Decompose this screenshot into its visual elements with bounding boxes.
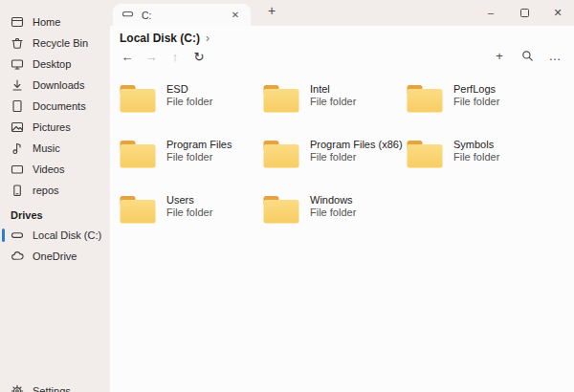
sidebar-item-label: Music: [33, 142, 60, 154]
sidebar-item-label: repos: [33, 185, 59, 196]
folder-item-program-files[interactable]: Program FilesFile folder: [120, 140, 263, 168]
close-tab-icon[interactable]: ✕: [229, 10, 242, 20]
folder-icon: [407, 140, 443, 168]
refresh-button[interactable]: ↻: [191, 49, 207, 64]
desktop-icon: [11, 57, 24, 71]
pictures-icon: [11, 120, 24, 134]
tab-local-disk-c[interactable]: C: ✕: [113, 4, 251, 26]
folder-item-program-files-x86[interactable]: Program Files (x86)File folder: [263, 140, 407, 168]
breadcrumb-location[interactable]: Local Disk (C:): [120, 32, 200, 45]
folder-icon: [263, 195, 299, 224]
document-icon: [11, 99, 24, 113]
titlebar[interactable]: C: ✕ + – ✕: [110, 0, 574, 26]
sidebar-item-label: Home: [33, 16, 60, 28]
minimize-button[interactable]: –: [484, 4, 497, 21]
folder-type: File folder: [453, 96, 499, 108]
download-icon: [11, 78, 24, 92]
cloud-icon: [11, 250, 24, 263]
folder-type: File folder: [310, 207, 356, 219]
folder-icon: [263, 140, 299, 168]
folder-type: File folder: [310, 151, 403, 163]
chevron-right-icon[interactable]: ›: [206, 32, 210, 45]
sidebar-item-label: Recycle Bin: [33, 37, 88, 49]
sidebar-item-label: Pictures: [33, 121, 71, 133]
folder-type: File folder: [310, 96, 356, 108]
folder-grid: ESDFile folder IntelFile folder PerfLogs…: [120, 84, 550, 224]
sidebar-item-label: OneDrive: [33, 250, 77, 262]
folder-name: Program Files: [166, 139, 232, 151]
home-icon: [11, 15, 24, 29]
folder-item-users[interactable]: UsersFile folder: [120, 195, 263, 224]
folder-name: ESD: [166, 83, 212, 96]
folder-name: Symbols: [453, 139, 499, 151]
drive-icon: [11, 229, 24, 242]
repos-icon: [11, 184, 24, 197]
recycle-bin-icon: [11, 36, 24, 50]
sidebar-item-label: Local Disk (C:): [33, 229, 101, 241]
sidebar-item-label: Documents: [33, 100, 86, 112]
sidebar-item-label: Videos: [33, 163, 64, 175]
sidebar-item-recycle-bin[interactable]: Recycle Bin: [0, 33, 110, 54]
sidebar-item-onedrive[interactable]: OneDrive: [0, 246, 110, 267]
more-options-button[interactable]: …: [547, 48, 563, 63]
sidebar-item-label: Downloads: [33, 79, 84, 91]
close-window-button[interactable]: ✕: [551, 4, 564, 21]
forward-button[interactable]: →: [144, 49, 159, 64]
folder-icon: [407, 84, 443, 113]
folder-type: File folder: [166, 151, 232, 163]
drive-icon: [121, 7, 134, 24]
folder-type: File folder: [166, 207, 212, 219]
drives-section-header: Drives: [0, 206, 110, 225]
sidebar: Home Recycle Bin Desktop Downloads Docum: [0, 0, 110, 392]
gear-icon: [11, 384, 24, 392]
maximize-button[interactable]: [518, 4, 531, 21]
folder-item-windows[interactable]: WindowsFile folder: [263, 195, 407, 224]
folder-icon: [120, 195, 156, 224]
sidebar-item-label: Settings: [33, 385, 71, 392]
window-controls: – ✕: [478, 2, 570, 23]
back-button[interactable]: ←: [120, 49, 135, 64]
selection-indicator: [2, 229, 5, 242]
content-pane: Local Disk (C:) › ← → ↑ ↻ + … ESDFile fo…: [110, 26, 574, 392]
folder-name: Windows: [310, 194, 356, 207]
sidebar-item-settings[interactable]: Settings: [0, 381, 110, 392]
music-note-icon: [11, 142, 24, 155]
file-manager-window: Home Recycle Bin Desktop Downloads Docum: [0, 0, 574, 392]
sidebar-item-local-disk-c[interactable]: Local Disk (C:): [0, 225, 110, 246]
maximize-icon: [520, 9, 529, 17]
sidebar-item-downloads[interactable]: Downloads: [0, 75, 110, 96]
sidebar-item-repos[interactable]: repos: [0, 180, 110, 201]
folder-icon: [120, 140, 156, 168]
folder-name: Users: [166, 194, 212, 207]
sidebar-item-label: Desktop: [33, 58, 71, 70]
folder-name: PerfLogs: [453, 83, 499, 96]
sidebar-item-home[interactable]: Home: [0, 11, 110, 33]
folder-type: File folder: [453, 151, 499, 163]
new-item-button[interactable]: +: [492, 48, 507, 63]
folder-item-symbols[interactable]: SymbolsFile folder: [407, 140, 550, 168]
breadcrumb[interactable]: Local Disk (C:) ›: [120, 32, 210, 45]
tab-title: C:: [142, 10, 152, 21]
actions-toolbar: + …: [492, 48, 563, 63]
sidebar-item-pictures[interactable]: Pictures: [0, 117, 110, 138]
videos-icon: [11, 163, 24, 176]
sidebar-item-music[interactable]: Music: [0, 138, 110, 159]
folder-item-perflogs[interactable]: PerfLogsFile folder: [407, 84, 550, 113]
folder-type: File folder: [166, 96, 212, 108]
folder-icon: [120, 84, 156, 113]
folder-item-esd[interactable]: ESDFile folder: [120, 84, 263, 113]
search-icon[interactable]: [519, 48, 535, 63]
navigation-toolbar: ← → ↑ ↻: [120, 49, 207, 64]
up-button[interactable]: ↑: [167, 49, 183, 64]
sidebar-item-desktop[interactable]: Desktop: [0, 54, 110, 75]
sidebar-item-videos[interactable]: Videos: [0, 159, 110, 180]
sidebar-item-documents[interactable]: Documents: [0, 96, 110, 117]
folder-name: Program Files (x86): [310, 139, 403, 151]
new-tab-button[interactable]: +: [263, 3, 280, 18]
folder-icon: [263, 84, 299, 113]
folder-item-intel[interactable]: IntelFile folder: [263, 84, 407, 113]
folder-name: Intel: [310, 83, 356, 96]
